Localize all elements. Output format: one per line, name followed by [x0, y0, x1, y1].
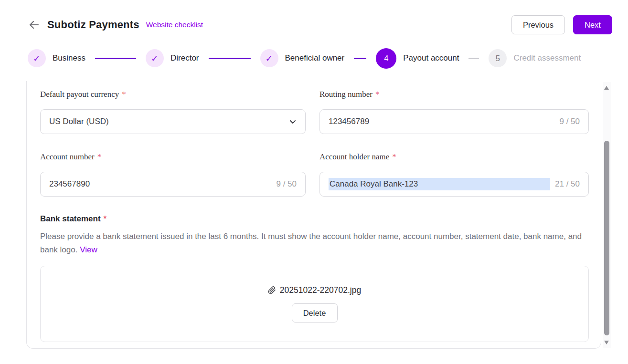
- field-account-number: Account number* 234567890 9 / 50: [40, 152, 306, 197]
- step-label: Beneficial owner: [285, 53, 345, 63]
- bank-statement-label: Bank statement*: [40, 214, 589, 224]
- check-icon: ✓: [28, 49, 46, 67]
- scrollbar-up-icon[interactable]: [604, 86, 609, 90]
- form-panel: Default payout currency* US Dollar (USD)…: [26, 81, 601, 349]
- step-connector: [209, 58, 251, 59]
- fields-grid: Default payout currency* US Dollar (USD)…: [40, 90, 589, 197]
- file-name: 20251022-220702.jpg: [280, 285, 361, 295]
- back-arrow-icon: [28, 19, 40, 31]
- step-connector: [354, 58, 366, 59]
- char-counter: 9 / 50: [554, 117, 580, 126]
- currency-select[interactable]: US Dollar (USD): [40, 109, 306, 134]
- step-credit-assessment[interactable]: 5 Credit assessment: [489, 49, 581, 67]
- account-number-input[interactable]: 234567890 9 / 50: [40, 172, 306, 197]
- step-number: 5: [489, 49, 507, 67]
- step-label: Credit assessment: [513, 53, 581, 63]
- check-icon: ✓: [260, 49, 278, 67]
- field-label: Account holder name*: [319, 152, 589, 162]
- scrollbar-down-icon[interactable]: [604, 341, 609, 344]
- required-asterisk: *: [122, 90, 126, 99]
- scrollbar[interactable]: [603, 82, 611, 348]
- delete-button[interactable]: Delete: [292, 303, 338, 322]
- paperclip-icon: [268, 286, 276, 295]
- selected-text: Canada Royal Bank-123: [329, 178, 550, 190]
- website-checklist-link[interactable]: Website checklist: [146, 21, 203, 29]
- routing-number-value: 123456789: [329, 117, 369, 126]
- step-label: Payout account: [403, 53, 459, 63]
- currency-value: US Dollar (USD): [49, 117, 109, 126]
- char-counter: 21 / 50: [550, 179, 580, 189]
- bank-statement-description: Please provide a bank statement issued i…: [40, 230, 582, 257]
- field-label: Routing number*: [319, 90, 589, 99]
- step-label: Business: [53, 53, 85, 63]
- account-number-value: 234567890: [49, 179, 90, 189]
- field-default-payout-currency: Default payout currency* US Dollar (USD): [40, 90, 306, 134]
- step-business[interactable]: ✓ Business: [28, 49, 85, 67]
- required-asterisk: *: [375, 90, 380, 99]
- step-beneficial-owner[interactable]: ✓ Beneficial owner: [260, 49, 345, 67]
- step-number: 4: [376, 48, 396, 69]
- back-button[interactable]: [28, 19, 40, 31]
- required-asterisk: *: [392, 152, 396, 161]
- view-link[interactable]: View: [80, 245, 97, 254]
- chevron-down-icon: [289, 118, 297, 125]
- bank-statement-section: Bank statement* Please provide a bank st…: [40, 214, 589, 342]
- routing-number-input[interactable]: 123456789 9 / 50: [319, 109, 589, 134]
- field-routing-number: Routing number* 123456789 9 / 50: [319, 90, 589, 134]
- header: Subotiz Payments Website checklist Previ…: [28, 15, 612, 35]
- page: Subotiz Payments Website checklist Previ…: [0, 0, 628, 364]
- required-asterisk: *: [104, 214, 107, 223]
- uploaded-file: 20251022-220702.jpg: [268, 285, 361, 295]
- account-holder-name-input[interactable]: Canada Royal Bank-123 21 / 50: [319, 172, 589, 197]
- step-connector: [95, 58, 136, 59]
- step-director[interactable]: ✓ Director: [146, 49, 199, 67]
- previous-button[interactable]: Previous: [511, 15, 565, 34]
- field-label: Account number*: [40, 152, 306, 162]
- check-icon: ✓: [146, 49, 164, 67]
- required-asterisk: *: [97, 152, 102, 161]
- char-counter: 9 / 50: [271, 179, 297, 189]
- stepper: ✓ Business ✓ Director ✓ Beneficial owner…: [28, 47, 612, 69]
- next-button[interactable]: Next: [573, 15, 612, 34]
- field-label: Default payout currency*: [40, 90, 306, 99]
- scrollbar-thumb[interactable]: [604, 141, 609, 335]
- page-title: Subotiz Payments: [47, 19, 139, 31]
- field-account-holder-name: Account holder name* Canada Royal Bank-1…: [319, 152, 589, 197]
- step-connector: [468, 58, 479, 59]
- upload-box: 20251022-220702.jpg Delete: [40, 266, 589, 342]
- step-label: Director: [170, 53, 199, 63]
- step-payout-account[interactable]: 4 Payout account: [376, 48, 459, 69]
